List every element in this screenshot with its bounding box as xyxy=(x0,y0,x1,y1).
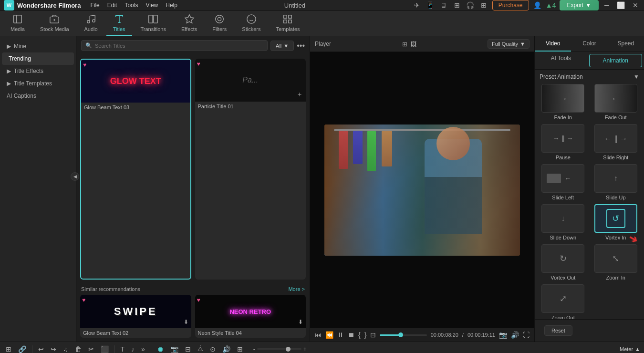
toolbar-effects[interactable]: Effects xyxy=(175,11,204,36)
sidebar-item-trending[interactable]: Trending xyxy=(2,52,74,65)
toolbar-audio[interactable]: Audio xyxy=(78,11,104,36)
tab-video[interactable]: Video xyxy=(535,36,571,52)
menu-help[interactable]: Help xyxy=(166,2,177,9)
anim-card-zoom-in[interactable]: ⤡ Zoom In xyxy=(592,244,641,280)
anim-card-fade-out[interactable]: ← Fade Out xyxy=(592,84,641,120)
sidebar-item-title-effects[interactable]: ▶ Title Effects xyxy=(0,65,76,77)
preset-chevron-icon[interactable]: ▼ xyxy=(634,73,639,80)
redo-button[interactable]: ↪ xyxy=(49,344,58,353)
filter-dropdown[interactable]: All ▼ xyxy=(270,41,294,51)
split-btn[interactable]: ⧊ xyxy=(196,344,205,353)
undo-button[interactable]: ↩ xyxy=(36,344,46,353)
search-input[interactable] xyxy=(95,43,263,49)
titles-panel: 🔍 All ▼ ••• ♥ GLOW TEXT Glow Beam Text 0… xyxy=(76,36,310,342)
screenshot-button[interactable]: 📷 xyxy=(499,331,507,339)
screen-icon[interactable]: 🖥 xyxy=(439,0,448,10)
anim-card-slide-right[interactable]: ← ‖ → Slide Right xyxy=(592,124,641,160)
app-icon: W xyxy=(4,0,14,10)
menu-tools[interactable]: Tools xyxy=(125,2,138,9)
record-btn[interactable]: ⏺ xyxy=(155,344,166,353)
user-icon[interactable]: 👤 xyxy=(533,0,542,10)
anim-card-slide-up[interactable]: ↑ Slide Up xyxy=(592,164,641,200)
toolbar-titles[interactable]: Titles xyxy=(106,11,132,36)
snapshot-btn[interactable]: 📷 xyxy=(168,344,180,353)
more-tools-btn[interactable]: » xyxy=(139,344,147,353)
stop-button[interactable]: ⏹ xyxy=(348,331,354,339)
tab-animation[interactable]: Animation xyxy=(589,54,643,67)
tab-color[interactable]: Color xyxy=(571,36,607,52)
toolbar-media[interactable]: Media xyxy=(4,11,31,36)
title-card-glow-beam-03[interactable]: ♥ GLOW TEXT Glow Beam Text 03 xyxy=(80,59,191,280)
anim-card-vortex-out[interactable]: ↻ Vortex Out xyxy=(539,244,588,280)
audio-detach-btn[interactable]: 🔊 xyxy=(220,344,232,353)
progress-bar[interactable] xyxy=(380,334,426,336)
download-icon[interactable]: ⬇ xyxy=(184,319,188,325)
toolbar-templates[interactable]: Templates xyxy=(269,11,306,36)
detach-btn[interactable]: ⊟ xyxy=(183,344,193,353)
similar-card-neon-04[interactable]: ♥ NEON RETRO ⬇ Neon Style Title 04 xyxy=(195,295,306,338)
title-card-particle-01[interactable]: ♥ Pa... ＋ Particle Title 01 xyxy=(195,59,306,280)
toolbar-stickers[interactable]: Stickers xyxy=(235,11,267,36)
headphones-icon[interactable]: 🎧 xyxy=(466,0,475,10)
minimize-button[interactable]: ─ xyxy=(602,1,611,9)
close-button[interactable]: ✕ xyxy=(631,1,640,9)
sidebar-item-mine[interactable]: ▶ Mine xyxy=(0,40,76,52)
anim-card-fade-in[interactable]: → Fade In xyxy=(539,84,588,120)
cut-btn[interactable]: ✂ xyxy=(86,344,96,353)
grid-icon[interactable]: ⊞ xyxy=(479,0,488,10)
extract-button[interactable]: ⊡ xyxy=(370,331,376,339)
tab-speed[interactable]: Speed xyxy=(608,36,644,52)
text-btn[interactable]: T xyxy=(119,344,127,353)
speed-btn[interactable]: ⊙ xyxy=(208,344,218,353)
toolbar-filters[interactable]: Filters xyxy=(206,11,233,36)
timeline-magnet-btn[interactable]: 🔗 xyxy=(16,344,28,353)
export-button[interactable]: Export ▼ xyxy=(560,0,599,10)
audio-btn[interactable]: ♪ xyxy=(129,344,136,353)
mark-out-button[interactable]: } xyxy=(364,331,367,339)
search-bar[interactable]: 🔍 xyxy=(81,40,268,51)
group-btn[interactable]: ⊞ xyxy=(235,344,245,353)
sidebar: ▶ Mine Trending ▶ Title Effects ▶ Title … xyxy=(0,36,76,342)
purchase-button[interactable]: Purchase xyxy=(492,0,529,10)
reset-button[interactable]: Reset xyxy=(544,325,572,336)
toolbar-stock[interactable]: Stock Media xyxy=(33,11,76,36)
toolbar-transitions[interactable]: Transitions xyxy=(134,11,173,36)
grid-view-icon[interactable]: ⊞ xyxy=(402,41,407,48)
add-audio-btn[interactable]: ♫ xyxy=(61,344,70,353)
slide-right-label: Slide Right xyxy=(603,155,628,160)
mark-in-button[interactable]: { xyxy=(358,331,361,339)
anim-card-slide-down[interactable]: ↓ Slide Down xyxy=(539,204,588,240)
crop-btn[interactable]: ⬛ xyxy=(99,344,111,353)
menu-edit[interactable]: Edit xyxy=(107,2,117,9)
tab-ai-tools[interactable]: AI Tools xyxy=(535,52,587,69)
rewind-button[interactable]: ⏮ xyxy=(315,331,322,339)
more-link[interactable]: More > xyxy=(288,286,305,292)
similar-card-glow-02[interactable]: ♥ SWIPE ⬇ Glow Beam Text 02 xyxy=(80,295,191,338)
sidebar-collapse-btn[interactable]: ◀ xyxy=(71,172,79,181)
fullscreen-button[interactable]: ⛶ xyxy=(523,331,530,339)
timeline-split-view-btn[interactable]: ⊞ xyxy=(4,344,13,353)
monitor-icon[interactable]: 📱 xyxy=(426,0,435,10)
sidebar-item-title-templates[interactable]: ▶ Title Templates xyxy=(0,77,76,90)
maximize-button[interactable]: ⬜ xyxy=(615,1,627,9)
play-pause-button[interactable]: ⏸ xyxy=(337,331,344,339)
anim-card-pause[interactable]: → ‖ → Pause xyxy=(539,124,588,160)
menu-file[interactable]: File xyxy=(90,2,99,9)
notify-icon[interactable]: ▲ 4 xyxy=(546,0,556,10)
step-back-button[interactable]: ⏪ xyxy=(325,331,333,339)
add-icon[interactable]: ＋ xyxy=(296,90,303,99)
share-icon[interactable]: ⊞ xyxy=(452,0,462,10)
delete-btn[interactable]: 🗑 xyxy=(73,344,83,353)
menu-view[interactable]: View xyxy=(145,2,158,9)
zoom-slider[interactable]: - + xyxy=(251,346,309,353)
sidebar-item-ai-captions[interactable]: AI Captions xyxy=(0,90,76,102)
sidebar-effects-arrow: ▶ xyxy=(7,68,11,74)
photo-icon[interactable]: 🖼 xyxy=(410,41,416,48)
more-options-btn[interactable]: ••• xyxy=(297,42,305,50)
send-icon[interactable]: ✈ xyxy=(412,0,422,10)
quality-dropdown[interactable]: Full Quality ▼ xyxy=(488,39,530,49)
anim-card-zoom-out[interactable]: ⤢ Zoom Out xyxy=(539,284,588,319)
anim-card-slide-left[interactable]: ← Slide Left xyxy=(539,164,588,200)
volume-button[interactable]: 🔊 xyxy=(511,331,519,339)
download-icon-2[interactable]: ⬇ xyxy=(298,319,303,325)
